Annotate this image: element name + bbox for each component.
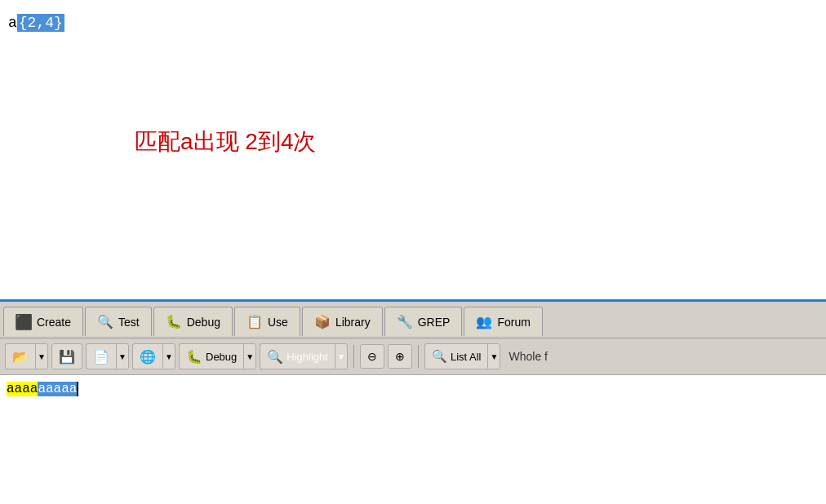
tab-library-label: Library	[335, 316, 371, 329]
tab-test-label: Test	[118, 316, 140, 329]
open-button[interactable]: 📄	[86, 343, 116, 369]
highlight-button[interactable]: 🔍 Highlight	[260, 343, 335, 369]
save-button[interactable]: 💾	[51, 343, 82, 369]
text-cursor	[77, 382, 78, 396]
tab-forum[interactable]: 👥 Forum	[464, 307, 542, 336]
input-line: aaaaaaaaa	[7, 382, 819, 396]
list-all-label: List All	[451, 351, 482, 363]
forum-icon: 👥	[476, 314, 492, 330]
highlight-button-group[interactable]: 🔍 Highlight ▼	[260, 343, 348, 369]
open-dropdown-arrow[interactable]: ▼	[116, 343, 129, 369]
web-button-group[interactable]: 🌐 ▼	[132, 343, 175, 369]
code-prefix: a	[8, 15, 17, 31]
separator-1	[353, 345, 354, 368]
list-all-button[interactable]: 🔍 List All	[424, 343, 488, 369]
debug-tab-icon: 🐛	[166, 314, 182, 330]
web-dropdown-arrow[interactable]: ▼	[162, 343, 175, 369]
debug-run-label: Debug	[206, 351, 237, 363]
tab-use-label: Use	[268, 316, 288, 329]
new-button[interactable]: 📂	[5, 343, 35, 369]
open-icon: 📄	[93, 349, 109, 365]
test-icon: 🔍	[97, 314, 113, 330]
highlight-dropdown-arrow[interactable]: ▼	[335, 343, 348, 369]
tab-grep[interactable]: 🔧 GREP	[384, 307, 463, 336]
web-button[interactable]: 🌐	[132, 343, 162, 369]
new-folder-icon: 📂	[12, 349, 29, 365]
open-button-group[interactable]: 📄 ▼	[86, 343, 129, 369]
tab-create[interactable]: ⬛ Create	[3, 307, 83, 336]
debug-button-group[interactable]: 🐛 Debug ▼	[179, 343, 256, 369]
code-line: a{2,4}	[8, 15, 64, 31]
tab-grep-label: GREP	[418, 316, 451, 329]
debug-run-icon: 🐛	[186, 349, 202, 365]
globe-icon: 🌐	[140, 349, 156, 365]
tab-use[interactable]: 📋 Use	[234, 307, 300, 336]
tab-debug-label: Debug	[187, 316, 220, 329]
create-icon: ⬛	[16, 314, 32, 330]
zoom-in-icon: ⊕	[395, 350, 405, 363]
tab-create-label: Create	[37, 316, 71, 329]
zoom-out-button[interactable]: ⊖	[360, 344, 384, 369]
use-icon: 📋	[246, 314, 263, 330]
debug-dropdown-arrow[interactable]: ▼	[243, 343, 256, 369]
separator-2	[418, 345, 419, 368]
new-button-group[interactable]: 📂 ▼	[5, 343, 48, 369]
tab-forum-label: Forum	[497, 316, 530, 329]
input-yellow-highlight: aaaa	[7, 382, 38, 396]
editor-area: a{2,4} 匹配a出现 2到4次	[0, 0, 826, 302]
code-highlight: {2,4}	[17, 14, 64, 32]
list-all-dropdown-arrow[interactable]: ▼	[487, 343, 500, 369]
highlight-label: Highlight	[286, 351, 328, 363]
list-all-icon: 🔍	[432, 349, 447, 364]
tab-test[interactable]: 🔍 Test	[85, 307, 152, 336]
toolbar: 📂 ▼ 💾 📄 ▼ 🌐 ▼ 🐛 Debug ▼ 🔍 Highlight ▼	[0, 338, 826, 375]
tab-library[interactable]: 📦 Library	[302, 307, 383, 336]
library-icon: 📦	[314, 314, 331, 330]
zoom-out-icon: ⊖	[367, 350, 377, 363]
list-all-button-group[interactable]: 🔍 List All ▼	[424, 343, 501, 369]
highlight-search-icon: 🔍	[267, 349, 283, 365]
zoom-in-button[interactable]: ⊕	[388, 344, 412, 369]
tab-debug[interactable]: 🐛 Debug	[153, 307, 233, 336]
input-area[interactable]: aaaaaaaaa	[0, 375, 826, 504]
new-dropdown-arrow[interactable]: ▼	[35, 343, 48, 369]
debug-run-button[interactable]: 🐛 Debug	[179, 343, 243, 369]
whole-field-label: Whole f	[504, 350, 552, 363]
annotation-text: 匹配a出现 2到4次	[135, 126, 317, 157]
input-blue-highlight: aaaaa	[38, 382, 77, 396]
save-icon: 💾	[59, 349, 75, 365]
grep-icon: 🔧	[397, 314, 413, 330]
tab-bar: ⬛ Create 🔍 Test 🐛 Debug 📋 Use 📦 Library …	[0, 302, 826, 338]
